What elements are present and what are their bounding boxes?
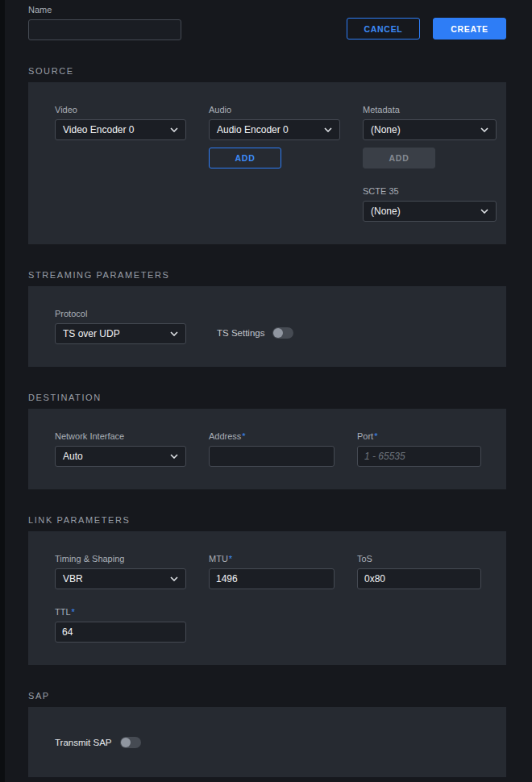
- mtu-label: MTU*: [209, 554, 335, 564]
- required-asterisk: *: [374, 431, 377, 441]
- video-field-group: Video Video Encoder 0: [55, 105, 186, 140]
- metadata-select-value: (None): [371, 124, 401, 135]
- mtu-field-group: MTU*: [209, 554, 335, 589]
- metadata-select[interactable]: (None): [363, 119, 497, 140]
- ts-settings-group: TS Settings: [217, 322, 480, 343]
- metadata-label: Metadata: [363, 105, 497, 114]
- network-interface-field-group: Network Interface Auto: [55, 431, 186, 467]
- chevron-down-icon: [324, 127, 332, 132]
- scte35-field-group: SCTE 35 (None): [363, 186, 497, 222]
- streaming-section-title: STREAMING PARAMETERS: [28, 270, 506, 280]
- video-label: Video: [55, 105, 186, 114]
- chevron-down-icon: [170, 454, 178, 459]
- name-field-group: Name: [28, 5, 181, 40]
- network-interface-select-value: Auto: [63, 451, 83, 462]
- timing-label: Timing & Shaping: [55, 554, 186, 564]
- tos-field-group: ToS: [357, 554, 481, 589]
- audio-label: Audio: [209, 105, 340, 114]
- source-panel: Video Video Encoder 0 Audio Audio Encode…: [28, 82, 506, 244]
- chevron-down-icon: [170, 576, 178, 581]
- toggle-knob: [121, 738, 131, 747]
- sap-section-title: SAP: [28, 691, 506, 701]
- ts-settings-toggle[interactable]: [272, 327, 293, 339]
- link-section-title: LINK PARAMETERS: [28, 515, 506, 525]
- address-input[interactable]: [209, 446, 335, 467]
- network-interface-select[interactable]: Auto: [55, 446, 186, 467]
- form-drawer: Name CANCEL CREATE SOURCE Video Video En…: [0, 0, 532, 777]
- ttl-label: TTL*: [55, 607, 186, 617]
- sap-panel: Transmit SAP: [28, 707, 506, 777]
- mtu-input[interactable]: [209, 568, 335, 589]
- source-section-title: SOURCE: [28, 66, 506, 76]
- streaming-panel: Protocol TS over UDP TS Settings: [28, 286, 506, 367]
- toggle-knob: [273, 328, 283, 338]
- ttl-field-group: TTL*: [55, 607, 186, 643]
- cancel-button[interactable]: CANCEL: [347, 18, 420, 40]
- protocol-select-value: TS over UDP: [63, 328, 120, 339]
- transmit-sap-group: Transmit SAP: [55, 737, 141, 748]
- required-asterisk: *: [242, 431, 245, 441]
- network-interface-label: Network Interface: [55, 431, 186, 441]
- chevron-down-icon: [170, 127, 178, 132]
- chevron-down-icon: [480, 209, 488, 214]
- scte35-select-value: (None): [371, 206, 401, 217]
- metadata-field-group: Metadata (None) ADD SCTE 35 (None): [363, 105, 497, 222]
- address-field-group: Address*: [209, 431, 335, 467]
- name-input[interactable]: [28, 19, 181, 40]
- ts-settings-label: TS Settings: [217, 328, 264, 338]
- protocol-select[interactable]: TS over UDP: [55, 323, 186, 344]
- tos-input[interactable]: [357, 568, 481, 589]
- link-panel: Timing & Shaping VBR MTU* ToS TTL*: [28, 531, 506, 665]
- name-label: Name: [28, 5, 181, 15]
- chevron-down-icon: [170, 331, 178, 336]
- metadata-add-button: ADD: [363, 148, 435, 168]
- chevron-down-icon: [480, 127, 488, 132]
- protocol-field-group: Protocol TS over UDP: [55, 309, 186, 344]
- required-asterisk: *: [229, 554, 232, 564]
- port-input[interactable]: [357, 446, 481, 467]
- audio-field-group: Audio Audio Encoder 0 ADD: [209, 105, 340, 168]
- port-label: Port*: [357, 431, 481, 441]
- required-asterisk: *: [72, 607, 75, 617]
- scte35-select[interactable]: (None): [363, 201, 497, 222]
- transmit-sap-toggle[interactable]: [120, 737, 141, 748]
- destination-panel: Network Interface Auto Address* Port*: [28, 409, 506, 489]
- video-select[interactable]: Video Encoder 0: [55, 119, 186, 140]
- tos-label: ToS: [357, 554, 481, 564]
- audio-add-button[interactable]: ADD: [209, 148, 281, 168]
- timing-select-value: VBR: [63, 573, 83, 584]
- header-row: Name CANCEL CREATE: [28, 5, 506, 40]
- timing-field-group: Timing & Shaping VBR: [55, 554, 186, 589]
- audio-select-value: Audio Encoder 0: [217, 124, 289, 135]
- ttl-input[interactable]: [55, 622, 186, 643]
- transmit-sap-label: Transmit SAP: [55, 738, 112, 747]
- timing-select[interactable]: VBR: [55, 568, 186, 589]
- scte35-label: SCTE 35: [363, 186, 497, 196]
- drawer-left-edge: [0, 0, 5, 782]
- destination-section-title: DESTINATION: [28, 393, 506, 402]
- audio-select[interactable]: Audio Encoder 0: [209, 119, 340, 140]
- video-select-value: Video Encoder 0: [63, 124, 135, 135]
- protocol-label: Protocol: [55, 309, 186, 318]
- create-button[interactable]: CREATE: [433, 18, 506, 40]
- address-label: Address*: [209, 431, 335, 441]
- header-buttons: CANCEL CREATE: [347, 18, 506, 40]
- port-field-group: Port*: [357, 431, 481, 467]
